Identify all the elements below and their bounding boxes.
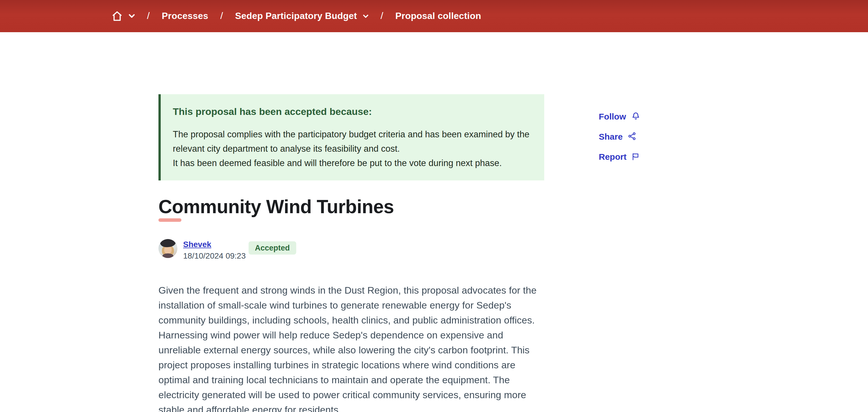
title-accent-underline: [158, 218, 181, 222]
breadcrumb-item-process-label[interactable]: Sedep Participatory Budget: [235, 11, 357, 21]
breadcrumb-item-process[interactable]: Sedep Participatory Budget: [235, 11, 369, 21]
proposal-timestamp: 18/10/2024 09:23: [183, 251, 246, 260]
report-button[interactable]: Report: [599, 151, 640, 162]
breadcrumb: / Processes / Sedep Participatory Budget…: [111, 10, 481, 22]
follow-button-label: Follow: [599, 111, 626, 121]
breadcrumb-separator: /: [220, 10, 223, 22]
report-button-label: Report: [599, 151, 627, 161]
breadcrumb-item-processes[interactable]: Processes: [162, 11, 208, 21]
follow-button[interactable]: Follow: [599, 110, 640, 122]
author-row: Shevek 18/10/2024 09:23 Accepted: [158, 239, 544, 260]
author-meta: Shevek 18/10/2024 09:23: [183, 239, 246, 260]
share-button[interactable]: Share: [599, 130, 640, 142]
bell-icon: [631, 111, 640, 121]
proposal-actions: Follow Share Report: [599, 110, 640, 162]
acceptance-callout-line: The proposal complies with the participa…: [173, 127, 532, 156]
avatar[interactable]: [158, 239, 177, 258]
share-icon: [627, 131, 637, 141]
acceptance-callout-line: It has been deemed feasible and will the…: [173, 156, 532, 170]
acceptance-callout: This proposal has been accepted because:…: [158, 94, 544, 180]
chevron-down-icon[interactable]: [363, 14, 369, 18]
author-name-link[interactable]: Shevek: [183, 240, 211, 249]
status-badge: Accepted: [249, 241, 296, 255]
breadcrumb-separator: /: [147, 10, 150, 22]
home-icon[interactable]: [111, 10, 123, 22]
proposal-body: Given the frequent and strong winds in t…: [158, 283, 548, 412]
page: / Processes / Sedep Participatory Budget…: [0, 0, 868, 412]
flag-icon: [631, 151, 640, 161]
chevron-down-icon[interactable]: [129, 14, 135, 19]
top-navigation-bar: / Processes / Sedep Participatory Budget…: [0, 0, 868, 32]
breadcrumb-item-proposal-collection[interactable]: Proposal collection: [395, 11, 481, 21]
share-button-label: Share: [599, 131, 623, 141]
breadcrumb-separator: /: [381, 10, 383, 22]
page-title: Community Wind Turbines: [158, 196, 394, 218]
breadcrumb-home[interactable]: [111, 10, 135, 22]
acceptance-callout-title: This proposal has been accepted because:: [173, 106, 532, 118]
